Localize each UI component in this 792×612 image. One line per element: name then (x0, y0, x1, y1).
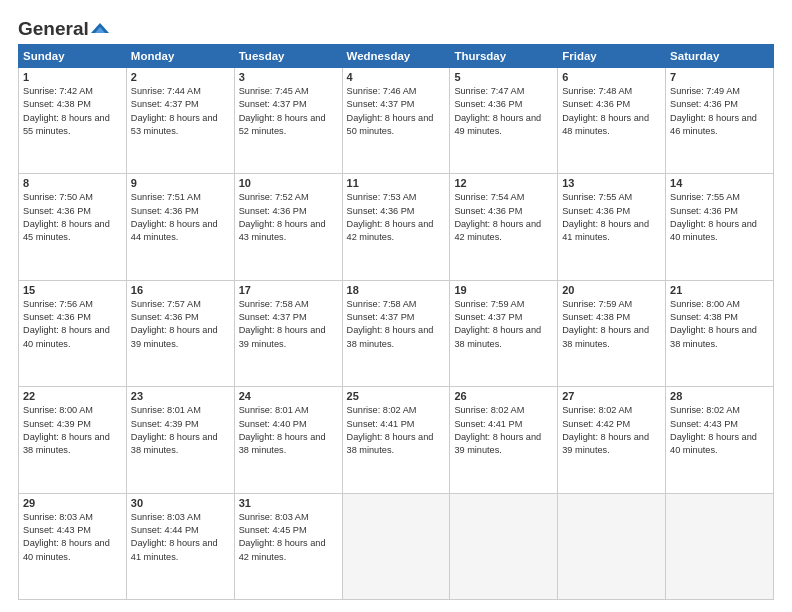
calendar-cell: 13Sunrise: 7:55 AMSunset: 4:36 PMDayligh… (558, 174, 666, 280)
day-info: Sunrise: 8:03 AMSunset: 4:45 PMDaylight:… (239, 511, 338, 564)
calendar-cell (666, 493, 774, 599)
calendar-table: SundayMondayTuesdayWednesdayThursdayFrid… (18, 44, 774, 600)
day-info: Sunrise: 7:45 AMSunset: 4:37 PMDaylight:… (239, 85, 338, 138)
calendar-cell: 29Sunrise: 8:03 AMSunset: 4:43 PMDayligh… (19, 493, 127, 599)
day-number: 15 (23, 284, 122, 296)
weekday-header-thursday: Thursday (450, 45, 558, 68)
day-info: Sunrise: 8:01 AMSunset: 4:40 PMDaylight:… (239, 404, 338, 457)
weekday-header-friday: Friday (558, 45, 666, 68)
calendar-cell: 17Sunrise: 7:58 AMSunset: 4:37 PMDayligh… (234, 280, 342, 386)
day-info: Sunrise: 8:00 AMSunset: 4:38 PMDaylight:… (670, 298, 769, 351)
day-number: 29 (23, 497, 122, 509)
week-row-5: 29Sunrise: 8:03 AMSunset: 4:43 PMDayligh… (19, 493, 774, 599)
calendar-cell: 15Sunrise: 7:56 AMSunset: 4:36 PMDayligh… (19, 280, 127, 386)
weekday-header-saturday: Saturday (666, 45, 774, 68)
day-info: Sunrise: 8:02 AMSunset: 4:42 PMDaylight:… (562, 404, 661, 457)
day-info: Sunrise: 8:02 AMSunset: 4:41 PMDaylight:… (347, 404, 446, 457)
day-number: 20 (562, 284, 661, 296)
calendar-cell: 10Sunrise: 7:52 AMSunset: 4:36 PMDayligh… (234, 174, 342, 280)
day-info: Sunrise: 7:58 AMSunset: 4:37 PMDaylight:… (347, 298, 446, 351)
day-info: Sunrise: 7:55 AMSunset: 4:36 PMDaylight:… (670, 191, 769, 244)
day-number: 6 (562, 71, 661, 83)
day-info: Sunrise: 7:56 AMSunset: 4:36 PMDaylight:… (23, 298, 122, 351)
calendar-cell: 24Sunrise: 8:01 AMSunset: 4:40 PMDayligh… (234, 387, 342, 493)
day-info: Sunrise: 7:55 AMSunset: 4:36 PMDaylight:… (562, 191, 661, 244)
day-number: 4 (347, 71, 446, 83)
day-number: 3 (239, 71, 338, 83)
calendar-cell (342, 493, 450, 599)
day-info: Sunrise: 7:50 AMSunset: 4:36 PMDaylight:… (23, 191, 122, 244)
week-row-1: 1Sunrise: 7:42 AMSunset: 4:38 PMDaylight… (19, 68, 774, 174)
logo: General (18, 18, 109, 36)
day-number: 2 (131, 71, 230, 83)
day-info: Sunrise: 8:02 AMSunset: 4:43 PMDaylight:… (670, 404, 769, 457)
day-number: 7 (670, 71, 769, 83)
day-number: 14 (670, 177, 769, 189)
calendar-cell: 31Sunrise: 8:03 AMSunset: 4:45 PMDayligh… (234, 493, 342, 599)
calendar-cell: 21Sunrise: 8:00 AMSunset: 4:38 PMDayligh… (666, 280, 774, 386)
calendar-cell: 1Sunrise: 7:42 AMSunset: 4:38 PMDaylight… (19, 68, 127, 174)
day-info: Sunrise: 7:46 AMSunset: 4:37 PMDaylight:… (347, 85, 446, 138)
day-number: 21 (670, 284, 769, 296)
week-row-3: 15Sunrise: 7:56 AMSunset: 4:36 PMDayligh… (19, 280, 774, 386)
calendar-cell (450, 493, 558, 599)
calendar-cell: 14Sunrise: 7:55 AMSunset: 4:36 PMDayligh… (666, 174, 774, 280)
day-number: 19 (454, 284, 553, 296)
calendar-cell: 16Sunrise: 7:57 AMSunset: 4:36 PMDayligh… (126, 280, 234, 386)
day-number: 28 (670, 390, 769, 402)
week-row-4: 22Sunrise: 8:00 AMSunset: 4:39 PMDayligh… (19, 387, 774, 493)
day-number: 11 (347, 177, 446, 189)
calendar-cell: 2Sunrise: 7:44 AMSunset: 4:37 PMDaylight… (126, 68, 234, 174)
calendar-cell: 4Sunrise: 7:46 AMSunset: 4:37 PMDaylight… (342, 68, 450, 174)
calendar-cell: 18Sunrise: 7:58 AMSunset: 4:37 PMDayligh… (342, 280, 450, 386)
day-number: 1 (23, 71, 122, 83)
calendar-cell: 12Sunrise: 7:54 AMSunset: 4:36 PMDayligh… (450, 174, 558, 280)
week-row-2: 8Sunrise: 7:50 AMSunset: 4:36 PMDaylight… (19, 174, 774, 280)
day-info: Sunrise: 7:59 AMSunset: 4:38 PMDaylight:… (562, 298, 661, 351)
day-info: Sunrise: 7:48 AMSunset: 4:36 PMDaylight:… (562, 85, 661, 138)
day-info: Sunrise: 8:03 AMSunset: 4:43 PMDaylight:… (23, 511, 122, 564)
calendar-cell: 11Sunrise: 7:53 AMSunset: 4:36 PMDayligh… (342, 174, 450, 280)
day-number: 30 (131, 497, 230, 509)
logo-general: General (18, 18, 89, 40)
day-number: 26 (454, 390, 553, 402)
day-number: 10 (239, 177, 338, 189)
day-info: Sunrise: 7:51 AMSunset: 4:36 PMDaylight:… (131, 191, 230, 244)
day-info: Sunrise: 7:54 AMSunset: 4:36 PMDaylight:… (454, 191, 553, 244)
weekday-header-row: SundayMondayTuesdayWednesdayThursdayFrid… (19, 45, 774, 68)
day-number: 27 (562, 390, 661, 402)
weekday-header-wednesday: Wednesday (342, 45, 450, 68)
calendar-cell (558, 493, 666, 599)
calendar-cell: 23Sunrise: 8:01 AMSunset: 4:39 PMDayligh… (126, 387, 234, 493)
day-number: 13 (562, 177, 661, 189)
day-info: Sunrise: 7:58 AMSunset: 4:37 PMDaylight:… (239, 298, 338, 351)
weekday-header-sunday: Sunday (19, 45, 127, 68)
page: General SundayMondayTuesdayWednesdayThur… (0, 0, 792, 612)
calendar-cell: 20Sunrise: 7:59 AMSunset: 4:38 PMDayligh… (558, 280, 666, 386)
calendar-cell: 25Sunrise: 8:02 AMSunset: 4:41 PMDayligh… (342, 387, 450, 493)
header: General (18, 18, 774, 36)
weekday-header-monday: Monday (126, 45, 234, 68)
day-info: Sunrise: 7:49 AMSunset: 4:36 PMDaylight:… (670, 85, 769, 138)
calendar-cell: 7Sunrise: 7:49 AMSunset: 4:36 PMDaylight… (666, 68, 774, 174)
day-info: Sunrise: 8:02 AMSunset: 4:41 PMDaylight:… (454, 404, 553, 457)
day-number: 8 (23, 177, 122, 189)
day-number: 31 (239, 497, 338, 509)
day-info: Sunrise: 7:47 AMSunset: 4:36 PMDaylight:… (454, 85, 553, 138)
day-info: Sunrise: 7:52 AMSunset: 4:36 PMDaylight:… (239, 191, 338, 244)
calendar-cell: 5Sunrise: 7:47 AMSunset: 4:36 PMDaylight… (450, 68, 558, 174)
day-number: 5 (454, 71, 553, 83)
day-number: 9 (131, 177, 230, 189)
calendar-cell: 28Sunrise: 8:02 AMSunset: 4:43 PMDayligh… (666, 387, 774, 493)
calendar-cell: 19Sunrise: 7:59 AMSunset: 4:37 PMDayligh… (450, 280, 558, 386)
day-info: Sunrise: 7:59 AMSunset: 4:37 PMDaylight:… (454, 298, 553, 351)
day-info: Sunrise: 7:44 AMSunset: 4:37 PMDaylight:… (131, 85, 230, 138)
day-number: 17 (239, 284, 338, 296)
calendar-cell: 8Sunrise: 7:50 AMSunset: 4:36 PMDaylight… (19, 174, 127, 280)
calendar-cell: 3Sunrise: 7:45 AMSunset: 4:37 PMDaylight… (234, 68, 342, 174)
day-info: Sunrise: 7:57 AMSunset: 4:36 PMDaylight:… (131, 298, 230, 351)
day-info: Sunrise: 8:03 AMSunset: 4:44 PMDaylight:… (131, 511, 230, 564)
day-number: 18 (347, 284, 446, 296)
day-number: 12 (454, 177, 553, 189)
logo-icon (91, 21, 109, 35)
